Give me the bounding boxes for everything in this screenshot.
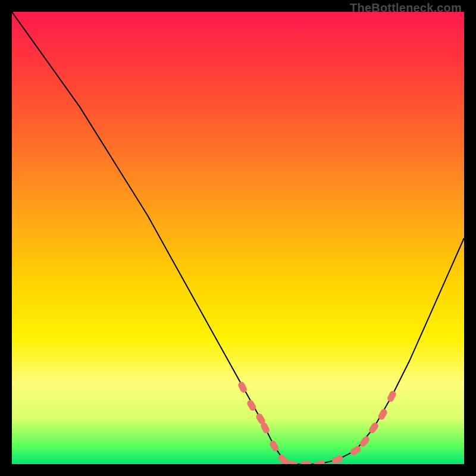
marker-point	[237, 381, 248, 394]
marker-point	[331, 455, 343, 464]
marker-point	[314, 461, 325, 464]
marker-point	[286, 460, 298, 464]
bottleneck-curve	[12, 12, 464, 464]
marker-point	[300, 461, 311, 464]
marker-point	[260, 422, 270, 434]
marker-group	[237, 381, 397, 464]
marker-point	[269, 440, 280, 452]
marker-point	[349, 445, 362, 456]
watermark-text: TheBottleneck.com	[350, 1, 462, 15]
marker-point	[359, 436, 370, 447]
chart-plot-area	[12, 12, 464, 464]
marker-point	[387, 390, 397, 403]
chart-svg	[12, 12, 464, 464]
